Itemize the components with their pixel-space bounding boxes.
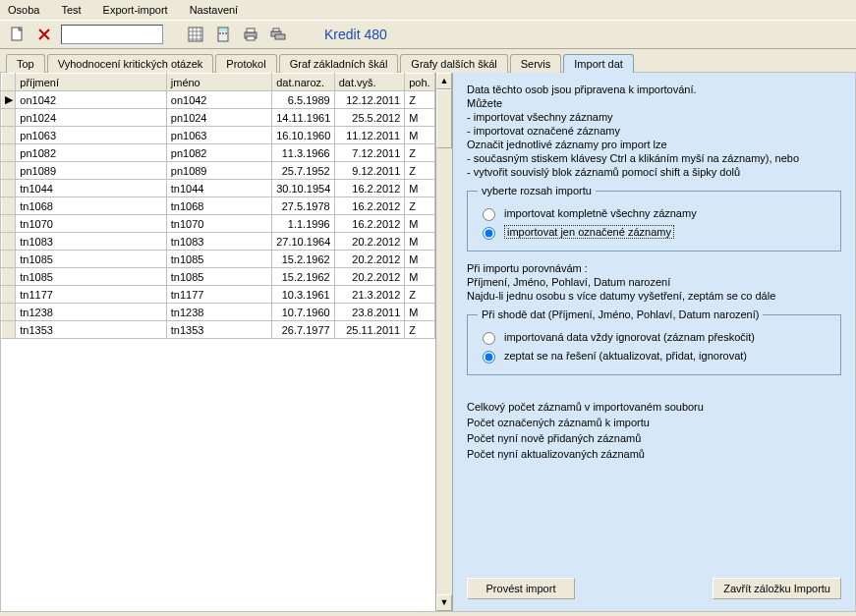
radio-ask[interactable]: zeptat se na řešení (aktualizovat, přida… xyxy=(478,348,830,364)
table-row[interactable]: pn1082pn108211.3.19667.12.2011Z xyxy=(2,144,435,162)
col-prijmeni[interactable]: příjmení xyxy=(16,74,166,91)
cell-poh: Z xyxy=(405,91,435,109)
cell-jmeno: tn1085 xyxy=(166,268,271,286)
radio-ignore[interactable]: importovaná data vždy ignorovat (záznam … xyxy=(478,329,830,345)
col-naroz[interactable]: dat.naroz. xyxy=(272,74,334,91)
menu-osoba[interactable]: Osoba xyxy=(4,2,43,18)
menu-nastaveni[interactable]: Nastavení xyxy=(186,2,243,18)
tab-import-dat[interactable]: Import dat xyxy=(563,54,634,73)
cell-poh: Z xyxy=(405,197,435,215)
cell-prijmeni: tn1353 xyxy=(16,321,166,339)
row-marker xyxy=(2,304,16,321)
table-row[interactable]: tn1070tn10701.1.199616.2.2012M xyxy=(2,215,435,233)
scroll-down-icon[interactable]: ▼ xyxy=(436,594,452,611)
scroll-track[interactable] xyxy=(436,89,452,594)
cell-poh: Z xyxy=(405,144,435,162)
cell-vys: 25.5.2012 xyxy=(334,109,405,127)
cell-vys: 20.2.2012 xyxy=(334,251,405,268)
tab-grafy-dalsich[interactable]: Grafy dalších škál xyxy=(400,54,507,73)
radio-import-all[interactable]: importovat kompletně všechny záznamy xyxy=(478,205,830,221)
grid-icon[interactable] xyxy=(185,24,206,45)
search-input[interactable] xyxy=(61,25,163,44)
svg-rect-5 xyxy=(222,32,224,34)
menubar: Osoba Test Export-import Nastavení xyxy=(0,0,856,20)
svg-rect-4 xyxy=(219,32,221,34)
close-import-button[interactable]: Zavřít záložku Importu xyxy=(713,578,841,599)
cell-poh: M xyxy=(405,268,435,286)
do-import-button[interactable]: Provést import xyxy=(467,578,575,599)
cell-prijmeni: tn1044 xyxy=(16,180,166,197)
cell-naroz: 27.10.1964 xyxy=(272,233,334,251)
tab-protokol[interactable]: Protokol xyxy=(215,54,276,73)
stat-total: Celkový počet záznamů v importovaném sou… xyxy=(467,401,841,413)
cell-jmeno: tn1353 xyxy=(166,321,271,339)
col-poh[interactable]: poh. xyxy=(405,74,435,91)
menu-test[interactable]: Test xyxy=(57,2,85,18)
radio-import-all-label: importovat kompletně všechny záznamy xyxy=(504,207,697,219)
radio-ask-label: zeptat se na řešení (aktualizovat, přida… xyxy=(504,350,747,362)
cell-vys: 16.2.2012 xyxy=(334,215,405,233)
table-row[interactable]: tn1044tn104430.10.195416.2.2012M xyxy=(2,180,435,197)
table-row[interactable]: tn1353tn135326.7.197725.11.2011Z xyxy=(2,321,435,339)
group-scope-title: vyberte rozsah importu xyxy=(478,185,596,196)
svg-rect-3 xyxy=(219,28,227,31)
table-row[interactable]: tn1083tn108327.10.196420.2.2012M xyxy=(2,233,435,251)
table-row[interactable]: pn1024pn102414.11.196125.5.2012M xyxy=(2,109,435,127)
table-row[interactable]: tn1238tn123810.7.196023.8.2011M xyxy=(2,304,435,321)
delete-icon[interactable] xyxy=(33,24,55,45)
table-row[interactable]: tn1085tn108515.2.196220.2.2012M xyxy=(2,268,435,286)
cell-vys: 16.2.2012 xyxy=(334,197,405,215)
import-panel: Data těchto osob jsou připravena k impor… xyxy=(453,73,855,611)
table-row[interactable]: pn1063pn106316.10.196011.12.2011M xyxy=(2,127,435,144)
row-marker xyxy=(2,286,16,304)
print-icon[interactable] xyxy=(240,24,261,45)
cell-prijmeni: pn1024 xyxy=(16,109,166,127)
radio-import-all-input[interactable] xyxy=(483,208,495,221)
table-row[interactable]: tn1068tn106827.5.197816.2.2012Z xyxy=(2,197,435,215)
table-row[interactable]: ▶on1042on10426.5.198912.12.2011Z xyxy=(2,91,435,109)
cell-poh: M xyxy=(405,304,435,321)
print-all-icon[interactable] xyxy=(267,24,289,45)
cell-naroz: 27.5.1978 xyxy=(272,197,334,215)
radio-ask-input[interactable] xyxy=(483,351,495,364)
content-area: příjmení jméno dat.naroz. dat.vyš. poh. … xyxy=(0,73,856,612)
tab-vyhodnoceni[interactable]: Vyhodnocení kritických otázek xyxy=(47,54,214,73)
radio-ignore-input[interactable] xyxy=(483,332,495,345)
radio-import-selected[interactable]: importovat jen označené záznamy xyxy=(478,224,830,240)
cell-prijmeni: tn1085 xyxy=(16,268,166,286)
cell-prijmeni: pn1082 xyxy=(16,144,166,162)
menu-export-import[interactable]: Export-import xyxy=(99,2,172,18)
tab-servis[interactable]: Servis xyxy=(510,54,562,73)
tab-graf-zakladnich[interactable]: Graf základních škál xyxy=(279,54,399,73)
new-icon[interactable] xyxy=(6,24,28,45)
col-jmeno[interactable]: jméno xyxy=(166,74,271,91)
cell-poh: M xyxy=(405,233,435,251)
cell-vys: 21.3.2012 xyxy=(334,286,405,304)
intro-text: Data těchto osob jsou připravena k impor… xyxy=(467,83,841,179)
cell-jmeno: tn1068 xyxy=(166,197,271,215)
table-row[interactable]: pn1089pn108925.7.19529.12.2011Z xyxy=(2,162,435,180)
calculator-icon[interactable] xyxy=(212,24,234,45)
data-grid[interactable]: příjmení jméno dat.naroz. dat.vyš. poh. … xyxy=(1,73,435,339)
vertical-scrollbar[interactable]: ▲ ▼ xyxy=(435,73,452,611)
table-row[interactable]: tn1085tn108515.2.196220.2.2012M xyxy=(2,251,435,268)
cell-jmeno: tn1238 xyxy=(166,304,271,321)
cell-naroz: 6.5.1989 xyxy=(272,91,334,109)
cell-vys: 20.2.2012 xyxy=(334,268,405,286)
table-row[interactable]: tn1177tn117710.3.196121.3.2012Z xyxy=(2,286,435,304)
group-conflict-title: Při shodě dat (Příjmení, Jméno, Pohlaví,… xyxy=(478,308,763,320)
scroll-thumb[interactable] xyxy=(436,89,452,148)
cell-poh: Z xyxy=(405,321,435,339)
row-marker xyxy=(2,144,16,162)
cell-poh: M xyxy=(405,127,435,144)
scroll-up-icon[interactable]: ▲ xyxy=(436,73,452,89)
tab-top[interactable]: Top xyxy=(6,54,45,73)
cell-poh: M xyxy=(405,215,435,233)
svg-rect-8 xyxy=(247,28,255,32)
row-marker xyxy=(2,268,16,286)
col-vys[interactable]: dat.vyš. xyxy=(334,74,405,91)
button-row: Provést import Zavřít záložku Importu xyxy=(467,578,841,599)
radio-import-selected-input[interactable] xyxy=(483,227,495,240)
row-marker xyxy=(2,215,16,233)
row-marker xyxy=(2,162,16,180)
